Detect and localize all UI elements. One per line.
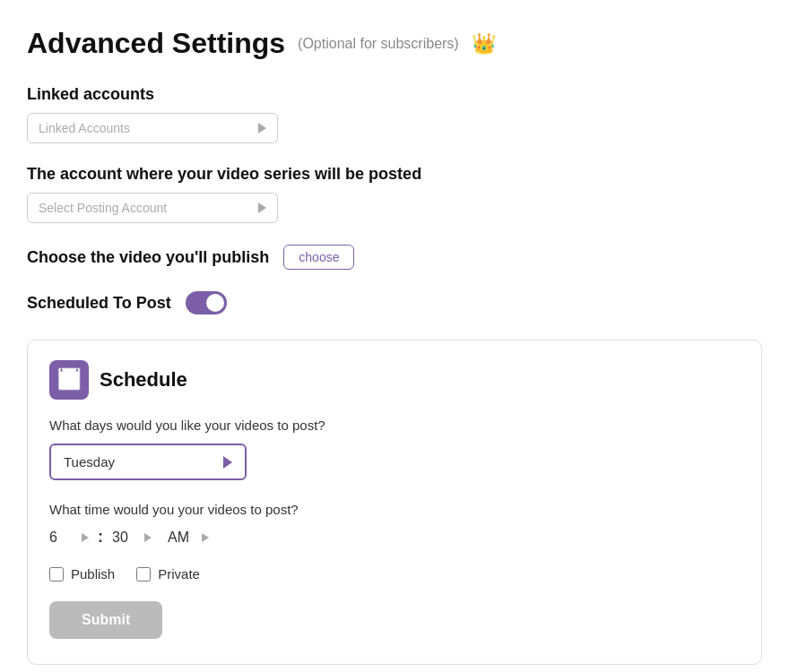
posting-account-section: The account where your video series will… <box>27 165 780 223</box>
calendar-icon <box>49 360 89 400</box>
schedule-title: Schedule <box>100 368 187 392</box>
linked-accounts-dropdown[interactable]: Linked Accounts <box>27 113 278 143</box>
linked-accounts-label: Linked accounts <box>27 85 780 104</box>
publish-checkbox[interactable] <box>49 567 64 582</box>
visibility-options-row: Publish Private <box>49 566 740 582</box>
schedule-header: Schedule <box>49 360 740 400</box>
ampm-arrow-icon[interactable] <box>202 533 209 542</box>
hour-arrow-icon[interactable] <box>82 533 89 542</box>
day-dropdown-arrow-icon <box>223 456 232 469</box>
video-choose-label: Choose the video you'll publish <box>27 248 269 267</box>
private-checkbox[interactable] <box>136 567 151 582</box>
posting-account-arrow-icon <box>258 202 266 213</box>
schedule-card: Schedule What days would you like your v… <box>27 340 762 665</box>
video-choose-row: Choose the video you'll publish choose <box>27 245 780 270</box>
hour-value: 6 <box>49 530 74 546</box>
page-title-row: Advanced Settings (Optional for subscrib… <box>27 27 780 60</box>
linked-accounts-arrow-icon <box>258 123 266 134</box>
day-dropdown[interactable]: Tuesday <box>49 444 247 480</box>
private-label[interactable]: Private <box>158 566 200 582</box>
time-row: 6 : 30 AM <box>49 528 740 547</box>
publish-checkbox-item: Publish <box>49 566 115 582</box>
choose-button[interactable]: choose <box>283 245 354 270</box>
hour-unit: 6 <box>49 530 89 546</box>
scheduled-label: Scheduled To Post <box>27 294 171 313</box>
optional-label: (Optional for subscribers) <box>298 36 459 52</box>
ampm-value: AM <box>168 530 195 546</box>
posting-account-dropdown[interactable]: Select Posting Account <box>27 193 278 223</box>
crown-icon: 👑 <box>472 32 496 56</box>
days-question: What days would you like your videos to … <box>49 418 740 433</box>
minute-value: 30 <box>112 530 137 546</box>
publish-label[interactable]: Publish <box>71 566 115 582</box>
toggle-thumb <box>206 294 224 312</box>
ampm-unit: AM <box>168 530 209 546</box>
time-colon: : <box>98 528 103 547</box>
linked-accounts-placeholder: Linked Accounts <box>39 121 130 135</box>
posting-account-placeholder: Select Posting Account <box>39 201 167 215</box>
submit-button[interactable]: Submit <box>49 601 162 639</box>
minute-unit: 30 <box>112 530 152 546</box>
selected-day: Tuesday <box>64 454 115 470</box>
private-checkbox-item: Private <box>136 566 200 582</box>
posting-account-label: The account where your video series will… <box>27 165 780 184</box>
time-question: What time would you your videos to post? <box>49 502 740 517</box>
minute-arrow-icon[interactable] <box>144 533 152 542</box>
page-title: Advanced Settings <box>27 27 285 60</box>
scheduled-toggle[interactable] <box>186 291 227 314</box>
scheduled-row: Scheduled To Post <box>27 291 780 314</box>
linked-accounts-section: Linked accounts Linked Accounts <box>27 85 780 143</box>
